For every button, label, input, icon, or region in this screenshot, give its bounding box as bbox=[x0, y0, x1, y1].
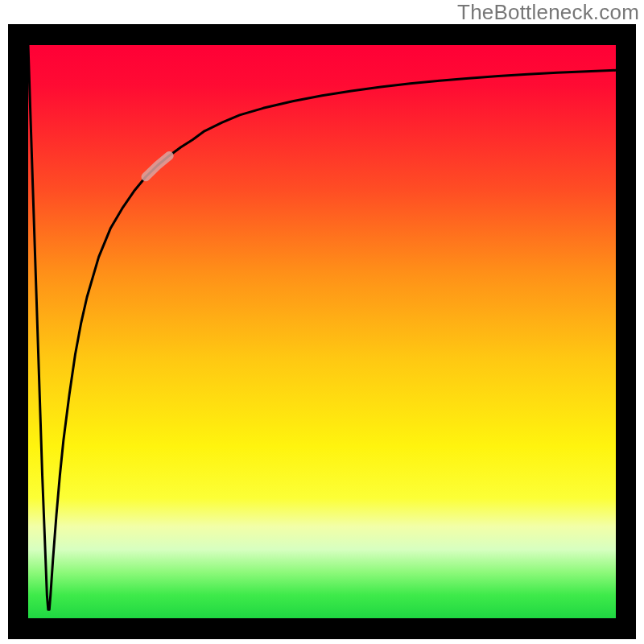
watermark-text: TheBottleneck.com bbox=[457, 0, 639, 25]
chart-frame bbox=[8, 24, 636, 639]
chart-plot-area bbox=[28, 45, 616, 618]
curve-highlight-segment bbox=[146, 155, 169, 176]
bottleneck-curve-line bbox=[28, 45, 616, 609]
chart-svg bbox=[28, 45, 616, 618]
